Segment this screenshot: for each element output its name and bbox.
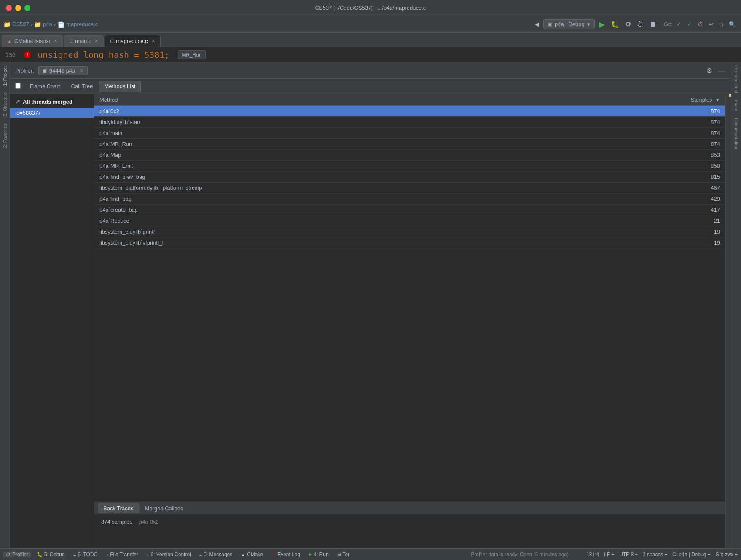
tab-mapreduce-close[interactable]: ✕ (151, 38, 155, 44)
statusbar-cmake[interactable]: ▲ CMake (238, 552, 266, 557)
git-tick-button[interactable]: ✓ (685, 20, 693, 28)
maximize-button[interactable] (24, 5, 30, 11)
export-icon[interactable]: ↗ (15, 98, 20, 105)
methods-table: Method Samples ▼ p4a`0x2874libdyld.dylib… (94, 94, 725, 248)
breadcrumb-folder[interactable]: p4a (43, 21, 52, 27)
back-button[interactable]: ◀ (533, 20, 541, 28)
config-dropdown-icon[interactable]: ▾ (587, 21, 590, 27)
sidebar-structure[interactable]: Z: Structure (2, 89, 8, 120)
breakpoint-icon[interactable]: ! (24, 51, 31, 58)
git-check-button[interactable]: ✓ (675, 20, 683, 28)
btab-merged-callees[interactable]: Merged Callees (140, 504, 188, 513)
close-button[interactable] (6, 5, 12, 11)
run-button[interactable]: ▶ (597, 19, 607, 30)
stop-button[interactable]: ⏹ (648, 20, 658, 29)
function-overlay: MR_Run (178, 50, 205, 59)
sidebar-project[interactable]: 1: Project (2, 63, 8, 89)
sidebar-documentation[interactable]: Documentation (733, 115, 740, 153)
search-button[interactable]: 🔍 (727, 20, 738, 28)
git-back-button[interactable]: ↩ (707, 20, 715, 28)
sample-count: 874 samples (101, 519, 132, 525)
method-cell: p4a`Reduce (94, 215, 562, 226)
samples-cell: 417 (562, 205, 725, 215)
indent[interactable]: 2 spaces ÷ (643, 552, 667, 557)
profiler-settings-button[interactable]: ⚙ (706, 66, 713, 75)
table-row[interactable]: libsystem_c.dylib`printf19 (94, 226, 725, 237)
split-button[interactable]: □ (718, 20, 725, 28)
cursor-position[interactable]: 131:4 (586, 552, 599, 557)
tab-mainc-label: main.c (75, 38, 91, 44)
context[interactable]: C: p4a | Debug ÷ (672, 552, 710, 557)
thread-item-588377[interactable]: id=588377 (10, 108, 94, 118)
col-method-header[interactable]: Method (94, 94, 562, 106)
tab-cmake[interactable]: ▲ CMakeLists.txt ✕ (2, 35, 63, 47)
statusbar-terminal[interactable]: ⊞ Ter (335, 552, 352, 557)
profiler-minimize-button[interactable]: — (717, 66, 726, 75)
statusbar-debug[interactable]: 🐛 5: Debug (34, 552, 67, 557)
table-row[interactable]: p4a`find_prev_bag815 (94, 172, 725, 183)
method-cell: p4a`find_bag (94, 194, 562, 205)
statusbar-messages[interactable]: ≡ 0: Messages (197, 552, 235, 557)
coverage-button[interactable]: ⏱ (635, 20, 645, 29)
sample-info: 874 samples p4a`0x2 (101, 519, 718, 525)
statusbar-run[interactable]: ▶ 4: Run (306, 552, 331, 557)
charset[interactable]: UTF-8 ÷ (619, 552, 638, 557)
nav-actions: ◀ ▣ p4a | Debug ▾ ▶ 🐛 ⚙ ⏱ ⏹ Git: ✓ ✓ ⏱ ↩… (533, 19, 738, 30)
table-row[interactable]: p4a`0x2874 (94, 106, 725, 117)
table-row[interactable]: libdyld.dylib`start874 (94, 117, 725, 128)
profiler-label: Profiler: (15, 67, 34, 74)
statusbar-todo[interactable]: ≡ 6: TODO (71, 552, 100, 557)
btab-back-traces[interactable]: Back Traces (98, 503, 139, 513)
checkbox-area[interactable] (15, 83, 21, 90)
table-row[interactable]: p4a`main874 (94, 128, 725, 139)
tab-call-tree[interactable]: Call Tree (66, 81, 98, 92)
tab-methods-list[interactable]: Methods List (99, 81, 141, 92)
tab-cmake-close[interactable]: ✕ (54, 38, 57, 44)
config-label: p4a | Debug (555, 21, 585, 27)
table-row[interactable]: p4a`create_bag417 (94, 205, 725, 215)
tab-mainc-close[interactable]: ✕ (94, 38, 98, 44)
thread-checkbox[interactable] (15, 83, 21, 89)
git-status[interactable]: Git: zwx ÷ (715, 552, 738, 557)
statusbar-event-log[interactable]: ⚠ Event Log (269, 552, 303, 557)
method-cell: p4a`MR_Emit (94, 161, 562, 172)
breadcrumb-project[interactable]: CS537 (12, 21, 29, 27)
profile-button[interactable]: ⚙ (623, 19, 633, 29)
line-ending[interactable]: LF ÷ (604, 552, 614, 557)
window-controls[interactable] (6, 5, 30, 11)
debug-button[interactable]: 🐛 (609, 19, 621, 29)
right-sidebar: Remote Host make Documentation (731, 63, 741, 548)
profiler-session-name: 94446 p4a (49, 67, 75, 74)
thread-header: ↗ All threads merged (10, 96, 94, 108)
status-bar-right: 131:4 LF ÷ UTF-8 ÷ 2 spaces ÷ C: p4a | D… (586, 552, 738, 557)
table-row[interactable]: p4a`MR_Emit850 (94, 161, 725, 172)
table-row[interactable]: libsystem_platform.dylib`_platform_strcm… (94, 183, 725, 194)
table-row[interactable]: p4a`find_bag429 (94, 194, 725, 205)
table-row[interactable]: libsystem_c.dylib`vfprintf_l19 (94, 237, 725, 248)
tab-flame-chart[interactable]: Flame Chart (25, 81, 65, 92)
sidebar-remote-host[interactable]: Remote Host (733, 63, 740, 97)
code-line: 136 ! unsigned long hash = 5381; MR_Run (0, 47, 741, 63)
minimize-button[interactable] (15, 5, 21, 11)
statusbar-profiler[interactable]: ⏱ Profiler (3, 552, 31, 557)
tab-mapreduce[interactable]: C mapreduce.c ✕ (105, 35, 160, 47)
statusbar-file-transfer[interactable]: ↕ File Transfer (104, 552, 141, 557)
table-row[interactable]: p4a`Reduce21 (94, 215, 725, 226)
table-row[interactable]: p4a`MR_Run874 (94, 139, 725, 150)
sidebar-favorites[interactable]: 2: Favorites (2, 120, 8, 151)
method-cell: p4a`Map (94, 150, 562, 161)
breadcrumb-file[interactable]: mapreduce.c (66, 21, 98, 27)
profiler-tabs: Flame Chart Call Tree Methods List (10, 79, 731, 94)
line-number: 136 (5, 51, 16, 58)
git-history-button[interactable]: ⏱ (696, 20, 705, 28)
profiler-session[interactable]: ▣ 94446 p4a ✕ (38, 66, 88, 75)
col-samples-header[interactable]: Samples ▼ (562, 94, 725, 106)
code-text: unsigned long hash = 5381; (38, 50, 169, 60)
statusbar-version-control[interactable]: ↕ 9: Version Control (144, 552, 193, 557)
tab-mainc[interactable]: C main.c ✕ (64, 35, 104, 47)
status-bar: ⏱ Profiler 🐛 5: Debug ≡ 6: TODO ↕ File T… (0, 548, 741, 560)
sidebar-make[interactable]: make (733, 97, 740, 115)
config-selector[interactable]: ▣ p4a | Debug ▾ (543, 19, 595, 29)
profiler-session-close[interactable]: ✕ (79, 67, 84, 74)
table-row[interactable]: p4a`Map853 (94, 150, 725, 161)
